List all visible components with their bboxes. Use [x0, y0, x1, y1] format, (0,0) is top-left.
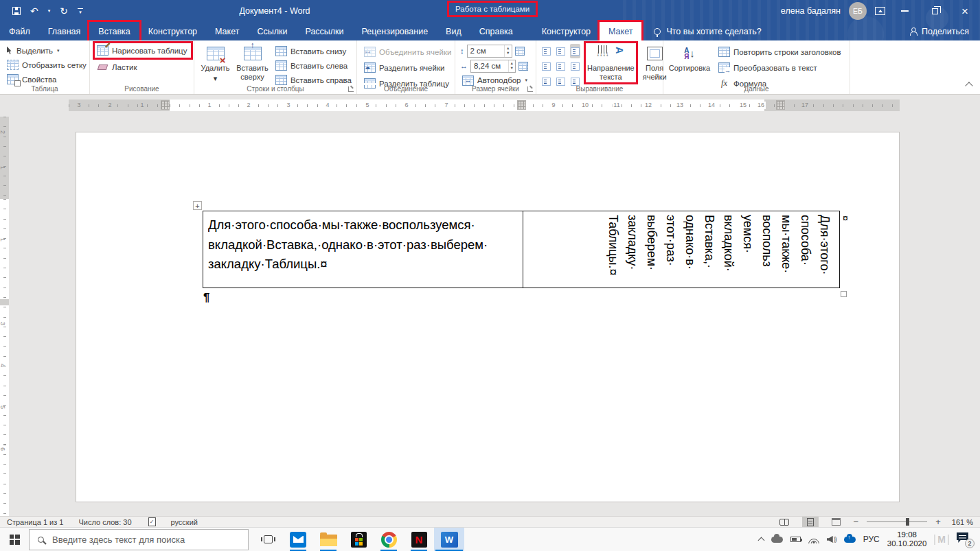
tell-me-label: Что вы хотите сделать?: [666, 27, 761, 36]
tab-table-layout[interactable]: Макет: [600, 22, 641, 40]
repeat-header-rows-button[interactable]: Повторить строки заголовков: [716, 45, 843, 59]
volume-icon[interactable]: )): [827, 536, 836, 543]
taskbar-chrome-button[interactable]: [374, 528, 404, 551]
tab-insert[interactable]: Вставка: [89, 22, 139, 40]
ruler-margin-marker[interactable]: [776, 100, 785, 110]
eraser-button[interactable]: Ластик: [95, 60, 191, 74]
insert-left-label: Вставить слева: [290, 62, 347, 70]
table-cell-vertical-text[interactable]: Для·этого· способа· мы·также· воспольз у…: [604, 215, 834, 285]
status-language[interactable]: русский: [171, 518, 198, 526]
draw-table-button[interactable]: Нарисовать таблицу: [95, 43, 191, 58]
draw-table-icon: [97, 45, 109, 56]
task-view-button[interactable]: [253, 528, 283, 551]
text-direction-button[interactable]: ↓↓↓↓ А Направление текста: [586, 43, 636, 82]
delete-button[interactable]: × Удалить ▾: [199, 43, 231, 84]
tab-review[interactable]: Рецензирование: [353, 22, 437, 40]
search-input[interactable]: [51, 534, 240, 546]
align-top-right[interactable]: [570, 44, 580, 58]
align-center-right[interactable]: [570, 59, 580, 73]
taskbar-explorer-button[interactable]: [313, 528, 343, 551]
spinner-icon[interactable]: ▲▼: [504, 45, 511, 57]
view-gridlines-button[interactable]: Отобразить сетку: [5, 58, 87, 72]
zoom-out-button[interactable]: −: [854, 517, 859, 526]
insert-left-button[interactable]: Вставить слева: [273, 59, 354, 72]
align-center-left[interactable]: [541, 59, 551, 73]
tab-file[interactable]: Файл: [0, 22, 39, 40]
dialog-launcher-icon[interactable]: [348, 86, 354, 92]
close-button[interactable]: ×: [954, 0, 976, 22]
distribute-columns-icon[interactable]: [519, 62, 528, 71]
ribbon-display-options-icon[interactable]: [875, 7, 885, 15]
tab-table-design[interactable]: Конструктор: [533, 22, 600, 40]
share-button[interactable]: Поделиться: [909, 22, 980, 40]
tab-home[interactable]: Главная: [39, 22, 90, 40]
align-top-left[interactable]: [541, 44, 551, 58]
tab-design[interactable]: Конструктор: [139, 22, 206, 40]
wifi-icon[interactable]: [808, 536, 819, 543]
taskbar-word-button[interactable]: W: [434, 528, 464, 551]
distribute-rows-icon[interactable]: [515, 47, 525, 56]
sort-button[interactable]: АЯ ↓ Сортировка: [668, 43, 711, 74]
onedrive-icon[interactable]: [771, 537, 783, 543]
ruler-table-marker[interactable]: [161, 100, 170, 110]
tab-references[interactable]: Ссылки: [248, 22, 296, 40]
sync-cloud-icon[interactable]: [844, 537, 856, 543]
redo-icon[interactable]: ↻: [60, 6, 68, 16]
language-indicator[interactable]: РУС: [863, 535, 880, 544]
ruler-row-marker[interactable]: [0, 299, 9, 305]
status-word-count[interactable]: Число слов: 30: [78, 518, 131, 526]
taskbar-search[interactable]: [29, 529, 249, 550]
read-mode-button[interactable]: [775, 517, 794, 528]
status-page-count[interactable]: Страница 1 из 1: [7, 518, 63, 526]
zoom-slider[interactable]: [867, 521, 927, 522]
notification-center-button[interactable]: 2: [957, 530, 975, 548]
table-move-handle[interactable]: +: [193, 201, 202, 210]
convert-to-text-button[interactable]: Преобразовать в текст: [716, 60, 843, 75]
battery-icon[interactable]: [790, 537, 801, 542]
row-height-input[interactable]: 2 см ▲▼: [467, 45, 512, 58]
align-center[interactable]: [556, 59, 566, 73]
tell-me-box[interactable]: Что вы хотите сделать?: [654, 22, 761, 40]
start-button[interactable]: [0, 528, 29, 551]
taskbar-mail-button[interactable]: [283, 528, 313, 551]
table-cell-border[interactable]: [523, 211, 523, 288]
user-name[interactable]: елена бадалян: [781, 6, 841, 16]
m-logo-icon[interactable]: M: [934, 535, 949, 545]
print-layout-button[interactable]: [802, 517, 819, 528]
tab-view[interactable]: Вид: [437, 22, 470, 40]
minimize-button[interactable]: [893, 0, 915, 22]
zoom-in-button[interactable]: +: [935, 517, 941, 526]
insert-below-button[interactable]: Вставить снизу: [273, 45, 354, 58]
undo-dropdown-icon[interactable]: ▾: [48, 8, 51, 14]
avatar[interactable]: ЕБ: [849, 2, 867, 20]
insert-above-button[interactable]: ↑ Вставить сверху: [234, 43, 271, 82]
select-button[interactable]: Выделить ▾: [5, 43, 87, 58]
zoom-slider-thumb[interactable]: [906, 518, 909, 526]
proofing-icon[interactable]: ✓: [148, 517, 156, 526]
column-width-input[interactable]: 8,24 см ▲▼: [470, 60, 516, 73]
save-icon[interactable]: [12, 7, 21, 15]
undo-icon[interactable]: ↶: [30, 6, 38, 16]
taskbar-netflix-button[interactable]: N: [404, 528, 434, 551]
collapse-ribbon-icon[interactable]: [965, 82, 972, 89]
ruler-column-marker[interactable]: [517, 100, 526, 110]
web-layout-button[interactable]: [827, 517, 845, 528]
share-label: Поделиться: [922, 27, 969, 36]
tab-help[interactable]: Справка: [470, 22, 522, 40]
tab-mailings[interactable]: Рассылки: [296, 22, 352, 40]
spinner-icon[interactable]: ▲▼: [508, 60, 515, 72]
zoom-level[interactable]: 161 %: [952, 518, 973, 526]
split-cells-button[interactable]: Разделить ячейки: [362, 60, 452, 75]
customize-qat-icon[interactable]: ▾: [78, 8, 83, 14]
tab-layout[interactable]: Макет: [206, 22, 248, 40]
tray-expand-icon[interactable]: [757, 537, 764, 544]
taskbar-store-button[interactable]: [343, 528, 374, 551]
properties-button[interactable]: Свойства: [5, 72, 87, 86]
table-cell-left-text[interactable]: Для·этого·способа·мы·также·воспользуемся…: [208, 215, 519, 274]
align-top-center[interactable]: [556, 44, 566, 58]
clock[interactable]: 19:08 30.10.2020: [887, 530, 927, 549]
table-resize-handle[interactable]: [841, 291, 847, 297]
restore-button[interactable]: [924, 0, 946, 22]
document-page[interactable]: [76, 132, 900, 502]
dialog-launcher-icon[interactable]: [527, 86, 533, 92]
